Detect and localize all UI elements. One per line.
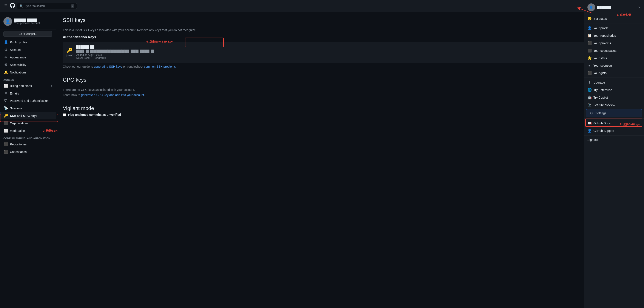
- sidebar-item-notifications[interactable]: 🔔 Notifications: [0, 69, 56, 76]
- generating-ssh-keys-link[interactable]: generating SSH keys: [94, 65, 122, 68]
- copilot-icon: 🤖: [588, 95, 591, 99]
- sidebar-label-appearance: Appearance: [10, 56, 26, 59]
- dropdown-sign-out[interactable]: Sign out: [584, 136, 644, 143]
- accessibility-icon: ⚒: [4, 63, 8, 67]
- vigilant-label[interactable]: Flag unsigned commits as unverified: [68, 113, 121, 116]
- dropdown-try-enterprise[interactable]: 🌐 Try Enterprise: [584, 86, 644, 94]
- key-hash: █████ ██ █████████████████████████ █████…: [76, 50, 617, 53]
- goto-profile-button[interactable]: Go to your per...: [4, 31, 52, 37]
- divider-2: [584, 78, 644, 78]
- page-layout: 👤 ██████ █████ Your personal account Go …: [0, 12, 644, 308]
- common-ssh-problems-link[interactable]: common SSH problems: [144, 65, 176, 68]
- sidebar-item-organizations[interactable]: ⬛ Organizations: [0, 119, 56, 127]
- status-icon: 😊: [588, 16, 591, 21]
- dropdown-github-docs[interactable]: 📖 GitHub Docs: [584, 119, 644, 127]
- dropdown-set-status[interactable]: 😊 Set status: [584, 15, 644, 22]
- gists-icon: ⬛: [588, 71, 591, 75]
- upgrade-icon: ⬆: [588, 80, 591, 84]
- divider-1: [584, 23, 644, 23]
- dropdown-your-sponsors-label: Your sponsors: [594, 64, 612, 67]
- profile-icon: 👤: [588, 26, 591, 30]
- dropdown-your-sponsors[interactable]: ♥ Your sponsors: [584, 62, 644, 69]
- ssh-guide-pre: Check out our guide to: [63, 65, 94, 68]
- notification-icon: 🔔: [4, 70, 8, 74]
- vigilant-checkbox[interactable]: [63, 113, 66, 116]
- sidebar-subtitle: Your personal account: [14, 22, 40, 25]
- sidebar-item-moderation[interactable]: ⬜ Moderation: [0, 127, 56, 135]
- sidebar-label-codespaces: Codespaces: [10, 150, 27, 154]
- sidebar-item-repositories[interactable]: ⬛ Repositories: [0, 141, 56, 148]
- sidebar-label-password: Password and authentication: [10, 99, 48, 102]
- user-dropdown: 👤 ███████ × 😊 Set status 👤 Your profile …: [584, 0, 644, 308]
- dropdown-your-stars[interactable]: ⭐ Your stars: [584, 54, 644, 62]
- divider-3: [584, 118, 644, 119]
- sidebar-item-appearance[interactable]: ✏ Appearance: [0, 53, 56, 61]
- sidebar-user-info: ██████ █████ Your personal account: [14, 18, 40, 25]
- dropdown-your-gists-label: Your gists: [594, 71, 606, 75]
- ssh-badge: SSH: [66, 54, 73, 57]
- dropdown-your-repos[interactable]: 📋 Your repositories: [584, 32, 644, 39]
- search-icon: 🔍: [20, 4, 23, 8]
- dropdown-sign-out-label: Sign out: [588, 138, 598, 142]
- dropdown-feature-preview[interactable]: 🔭 Feature preview: [584, 101, 644, 109]
- key-title: ██████ ██: [76, 45, 617, 49]
- billing-icon: ⬜: [4, 84, 8, 88]
- dropdown-your-projects[interactable]: ⬛ Your projects: [584, 39, 644, 47]
- vigilant-title: Vigilant mode: [63, 105, 637, 111]
- email-icon: ✉: [4, 91, 8, 95]
- sidebar-item-billing[interactable]: ⬜ Billing and plans ▾: [0, 82, 56, 90]
- top-nav: ☰ 🔍 Type / to search / ＋ ▾ ⊙ ⑂ 🔔 👤: [0, 0, 644, 12]
- shield-icon: 🛡: [4, 99, 8, 103]
- key-info: ██████ ██ █████ ██ █████████████████████…: [76, 45, 617, 59]
- gpg-learn-pre: Learn how to: [63, 93, 81, 97]
- dropdown-upgrade[interactable]: ⬆ Upgrade: [584, 79, 644, 86]
- person-icon: 👤: [4, 40, 8, 44]
- dropdown-your-codespaces[interactable]: ⬛ Your codespaces: [584, 47, 644, 54]
- dropdown-user-info: ███████: [597, 6, 611, 9]
- dropdown-your-repos-label: Your repositories: [594, 34, 616, 37]
- dropdown-your-profile[interactable]: 👤 Your profile: [584, 24, 644, 32]
- dropdown-github-docs-label: GitHub Docs: [594, 122, 610, 125]
- sidebar-item-sessions[interactable]: 📡 Sessions: [0, 104, 56, 112]
- search-kbd: /: [71, 4, 74, 8]
- ssh-key-icon: 🔑: [67, 48, 72, 53]
- ssh-section-header: SSH keys New SSH key: [63, 17, 637, 25]
- dropdown-set-status-label: Set status: [594, 17, 607, 20]
- org-icon: ⬛: [4, 121, 8, 125]
- sidebar-item-account[interactable]: ⚙ Account: [0, 46, 56, 53]
- codespaces-icon: ⬛: [588, 48, 591, 53]
- sidebar-item-public-profile[interactable]: 👤 Public profile: [0, 38, 56, 46]
- dropdown-header: 👤 ███████ ×: [584, 0, 644, 15]
- search-placeholder: Type / to search: [25, 4, 69, 7]
- sidebar-label-emails: Emails: [10, 92, 19, 95]
- sidebar-label-organizations: Organizations: [10, 122, 28, 125]
- dropdown-try-copilot[interactable]: 🤖 Try Copilot: [584, 94, 644, 101]
- preview-icon: 🔭: [588, 103, 591, 107]
- sidebar-label-public-profile: Public profile: [10, 41, 27, 44]
- auth-keys-title: Authentication Keys: [63, 35, 637, 39]
- ssh-section: SSH keys New SSH key This is a list of S…: [63, 17, 637, 68]
- enterprise-icon: 🌐: [588, 88, 591, 92]
- search-bar[interactable]: 🔍 Type / to search /: [17, 3, 77, 9]
- ssh-section-subtitle: This is a list of SSH keys associated wi…: [63, 28, 637, 32]
- sidebar-item-emails[interactable]: ✉ Emails: [0, 90, 56, 97]
- key-meta: Added on Aug 1, 2023 Never used — Read/w…: [76, 53, 617, 59]
- sidebar-item-password[interactable]: 🛡 Password and authentication: [0, 97, 56, 104]
- dropdown-github-support[interactable]: 👤 GitHub Support: [584, 127, 644, 135]
- settings-sidebar: 👤 ██████ █████ Your personal account Go …: [0, 12, 56, 308]
- repo-icon: ⬛: [4, 142, 8, 146]
- sidebar-user-section: 👤 ██████ █████ Your personal account: [0, 15, 56, 29]
- sidebar-label-account: Account: [10, 48, 21, 52]
- sidebar-item-codespaces[interactable]: ⬛ Codespaces: [0, 148, 56, 155]
- dropdown-close-button[interactable]: ×: [638, 5, 640, 10]
- dropdown-try-copilot-label: Try Copilot: [594, 96, 608, 99]
- expand-icon: ▾: [51, 84, 52, 87]
- gpg-learn-link[interactable]: generate a GPG key and add it to your ac…: [81, 93, 144, 97]
- sidebar-label-repositories: Repositories: [10, 143, 27, 146]
- sidebar-item-accessibility[interactable]: ⚒ Accessibility: [0, 61, 56, 69]
- hamburger-button[interactable]: ☰: [4, 3, 8, 9]
- dropdown-your-gists[interactable]: ⬛ Your gists: [584, 69, 644, 77]
- sidebar-item-ssh-gpg[interactable]: 🔑 SSH and GPG keys: [0, 112, 56, 119]
- support-icon: 👤: [588, 129, 591, 133]
- dropdown-settings[interactable]: ⚙ Settings: [586, 109, 642, 117]
